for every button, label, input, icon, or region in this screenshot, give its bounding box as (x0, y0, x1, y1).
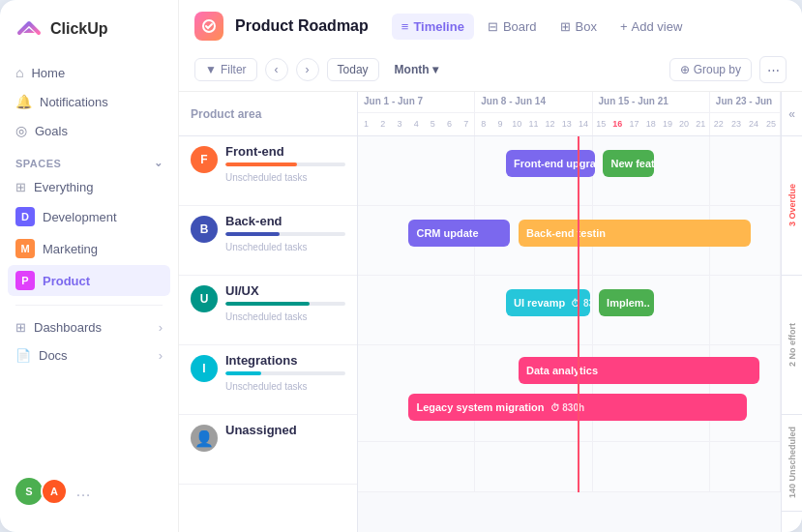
logo: ClickUp (0, 15, 178, 58)
filter-button[interactable]: ▼ Filter (194, 58, 257, 81)
sidebar-item-everything-label: Everything (34, 180, 93, 194)
sidebar-item-goals-label: Goals (35, 124, 68, 138)
tab-timeline-label: Timeline (413, 19, 464, 34)
backend-progress-bar (225, 232, 345, 236)
sidebar-item-marketing[interactable]: M Marketing (8, 233, 170, 264)
right-label-noeffort: 2 No effort (782, 276, 802, 415)
footer-ellipsis: … (75, 483, 91, 500)
prev-button[interactable]: ‹ (265, 58, 288, 81)
bar-ui-revamp[interactable]: UI revamp ⏱ 830h (506, 289, 590, 316)
sidebar-item-home[interactable]: ⌂ Home (8, 58, 170, 87)
sidebar-item-everything[interactable]: ⊞ Everything (8, 174, 170, 200)
gantt-left-panel: Product area F Front-end Unscheduled tas… (179, 92, 358, 532)
day-13: 13 (558, 113, 575, 134)
user-avatar-1[interactable]: S (15, 478, 43, 505)
gantt-date-header: Jun 1 - Jun 7 1 2 3 4 5 6 7 Jun 8 - Jun … (358, 92, 781, 136)
sidebar-footer: S A … (0, 466, 178, 517)
user-avatar-2[interactable]: A (41, 478, 68, 505)
right-labels-header[interactable]: « (782, 92, 802, 136)
day-17: 17 (626, 113, 642, 134)
chevron-down-icon: ▾ (432, 63, 438, 76)
right-label-overdue: 3 Overdue (782, 136, 802, 276)
backend-unscheduled: Unscheduled tasks (225, 242, 345, 252)
month-label: Month (395, 63, 430, 76)
sidebar-navigation: ⌂ Home 🔔 Notifications ◎ Goals (0, 58, 178, 145)
collapse-icon: « (788, 107, 795, 121)
add-view-button[interactable]: + Add view (610, 14, 692, 40)
clickup-logo-icon (15, 15, 43, 43)
bar-label: Data analytics (526, 365, 598, 376)
next-button[interactable]: › (296, 58, 319, 81)
right-labels-panel: « 3 Overdue 2 No effort 140 Unscheduled (781, 92, 802, 532)
home-icon: ⌂ (15, 65, 23, 80)
integrations-info: Integrations Unscheduled tasks (225, 353, 345, 392)
header-top: Product Roadmap ≡ Timeline ⊟ Board ⊞ Box (194, 12, 787, 41)
day-14: 14 (575, 113, 591, 134)
today-button[interactable]: Today (327, 58, 379, 81)
view-tabs: ≡ Timeline ⊟ Board ⊞ Box + Add view (392, 14, 693, 40)
more-options-button[interactable]: ⋯ (759, 56, 787, 83)
more-icon: ⋯ (767, 63, 780, 77)
spaces-section-header: Spaces ⌄ (0, 145, 178, 173)
backend-progress-fill (225, 232, 280, 236)
tab-box[interactable]: ⊞ Box (550, 14, 607, 40)
date-group-label-jun23: Jun 23 - Jun (710, 92, 780, 113)
day-12: 12 (542, 113, 558, 134)
logo-text: ClickUp (50, 20, 108, 38)
sidebar-item-product[interactable]: P Product (8, 265, 170, 296)
product-area-label: Product area (191, 107, 261, 121)
bar-label: CRM update (416, 227, 478, 239)
project-icon (194, 12, 223, 41)
main-content: Product Roadmap ≡ Timeline ⊟ Board ⊞ Box (179, 0, 802, 532)
bar-label: New feature.. (610, 158, 653, 169)
today-label: Today (338, 63, 369, 76)
day-6: 6 (441, 113, 458, 134)
sidebar-item-docs[interactable]: 📄 Docs › (0, 341, 178, 369)
sidebar-item-goals[interactable]: ◎ Goals (8, 116, 170, 145)
uiux-info: UI/UX Unscheduled tasks (225, 283, 345, 322)
toolbar: ▼ Filter ‹ › Today Month ▾ ⊕ Group by (194, 48, 787, 91)
month-selector[interactable]: Month ▾ (387, 59, 446, 80)
day-11: 11 (525, 113, 542, 134)
gantt-rows: Front-end upgrade ⏱ 830h New feature.. ⓘ (358, 136, 781, 492)
bar-crm-update[interactable]: CRM update (408, 220, 510, 247)
bar-legacy-migration[interactable]: Legacy system migration ⏱ 830h (408, 394, 747, 421)
day-23: 23 (728, 113, 745, 134)
sidebar-item-notifications[interactable]: 🔔 Notifications (8, 87, 170, 116)
bar-implement[interactable]: Implem.. ⓘ (599, 289, 654, 316)
add-view-label: Add view (632, 19, 683, 34)
integrations-name: Integrations (225, 353, 345, 368)
spaces-collapse-icon[interactable]: ⌄ (154, 157, 163, 169)
sidebar-item-notifications-label: Notifications (40, 95, 108, 109)
date-group-days-jun23: 22 23 24 25 (710, 113, 780, 134)
bar-label: UI revamp (514, 297, 565, 309)
goals-icon: ◎ (15, 123, 27, 138)
grid-icon: ⊞ (15, 180, 26, 194)
tab-board[interactable]: ⊟ Board (478, 14, 547, 40)
sidebar-item-marketing-label: Marketing (43, 242, 98, 256)
filter-icon: ▼ (205, 63, 217, 76)
row-header-integrations: I Integrations Unscheduled tasks (179, 345, 357, 415)
filter-label: Filter (221, 63, 247, 76)
docs-icon: 📄 (15, 348, 31, 363)
date-group-label-jun8: Jun 8 - Jun 14 (475, 92, 591, 113)
uiux-progress-fill (225, 302, 310, 306)
day-10: 10 (509, 113, 525, 134)
row-header-backend: B Back-end Unscheduled tasks (179, 206, 357, 276)
tab-timeline[interactable]: ≡ Timeline (392, 14, 474, 40)
day-9: 9 (491, 113, 508, 134)
gantt-row-frontend: Front-end upgrade ⏱ 830h New feature.. ⓘ (358, 136, 781, 206)
marketing-avatar: M (15, 239, 35, 258)
integrations-progress-bar (225, 371, 345, 375)
bar-new-feature[interactable]: New feature.. ⓘ (603, 150, 653, 177)
day-2: 2 (374, 113, 391, 134)
group-by-button[interactable]: ⊕ Group by (669, 58, 752, 81)
sidebar-item-dashboards[interactable]: ⊞ Dashboards › (0, 313, 178, 341)
bar-frontend-upgrade[interactable]: Front-end upgrade ⏱ 830h (506, 150, 595, 177)
bell-icon: 🔔 (15, 94, 32, 109)
bar-backend-testing[interactable]: Back-end testin (519, 220, 751, 247)
bar-data-analytics[interactable]: Data analytics (519, 357, 759, 384)
unscheduled-label: 140 Unscheduled (784, 421, 801, 504)
frontend-info: Front-end Unscheduled tasks (225, 144, 345, 183)
sidebar-item-development[interactable]: D Development (8, 201, 170, 232)
